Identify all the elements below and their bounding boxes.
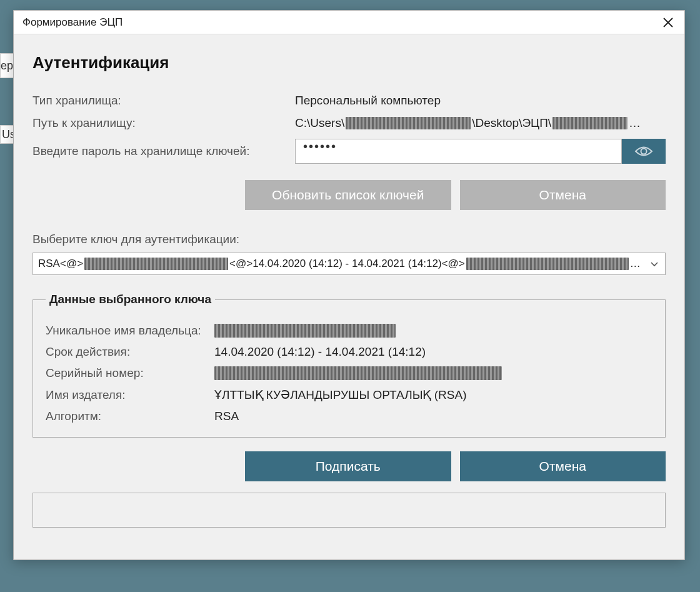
- close-icon: [662, 17, 674, 28]
- status-area: [32, 493, 666, 528]
- storage-path-label: Путь к хранилищу:: [32, 116, 295, 130]
- dialog-title: Формирование ЭЦП: [22, 16, 122, 29]
- dialog-content: Аутентификация Тип хранилища: Персональн…: [14, 34, 684, 540]
- toggle-password-button[interactable]: [622, 139, 666, 164]
- storage-path-row: Путь к хранилищу: C:\Users\ \Desktop\ЭЦП…: [32, 116, 666, 130]
- svg-point-2: [641, 149, 647, 154]
- redacted-text: [346, 117, 471, 129]
- storage-type-value: Персональный компьютер: [295, 94, 666, 108]
- chevron-down-icon: [650, 258, 659, 270]
- key-option-dates: <@>14.04.2020 (14:12) - 14.04.2021 (14:1…: [229, 258, 465, 270]
- redacted-text: [214, 366, 502, 380]
- redacted-text: [84, 258, 228, 270]
- path-suffix: …: [629, 116, 641, 130]
- algorithm-value: RSA: [214, 409, 239, 423]
- dialog-titlebar: Формирование ЭЦП: [14, 11, 684, 34]
- eye-icon: [634, 144, 653, 158]
- cancel-button[interactable]: Отмена: [460, 451, 666, 481]
- redacted-text: [552, 117, 628, 129]
- key-option-suffix: …: [630, 258, 641, 270]
- key-option-prefix: RSA<@>: [38, 258, 83, 270]
- select-key-label: Выберите ключ для аутентификации:: [32, 233, 666, 246]
- key-data-legend: Данные выбранного ключа: [46, 293, 215, 306]
- close-button[interactable]: [659, 14, 677, 31]
- redacted-text: [466, 258, 629, 270]
- storage-type-row: Тип хранилища: Персональный компьютер: [32, 94, 666, 108]
- signature-dialog: Формирование ЭЦП Аутентификация Тип хран…: [13, 10, 685, 560]
- storage-path-value: C:\Users\ \Desktop\ЭЦП\ …: [295, 116, 666, 130]
- serial-label: Серийный номер:: [46, 366, 214, 380]
- path-mid: \Desktop\ЭЦП\: [472, 116, 551, 130]
- password-label: Введите пароль на хранилище ключей:: [32, 144, 295, 158]
- dialog-action-row: Подписать Отмена: [32, 451, 666, 481]
- owner-value: [214, 324, 396, 338]
- sign-button[interactable]: Подписать: [245, 451, 451, 481]
- issuer-value: ҰЛТТЫҚ КУӘЛАНДЫРУШЫ ОРТАЛЫҚ (RSA): [214, 388, 466, 402]
- dialog-heading: Аутентификация: [32, 53, 666, 73]
- key-dropdown[interactable]: RSA<@> <@>14.04.2020 (14:12) - 14.04.202…: [32, 253, 666, 275]
- owner-label: Уникальное имя владельца:: [46, 324, 214, 338]
- key-data-group: Данные выбранного ключа Уникальное имя в…: [32, 293, 666, 438]
- storage-type-label: Тип хранилища:: [32, 94, 295, 108]
- redacted-text: [214, 324, 396, 338]
- cancel-keys-button[interactable]: Отмена: [460, 180, 666, 210]
- path-prefix: C:\Users\: [295, 116, 344, 130]
- password-row: Введите пароль на хранилище ключей: ••••…: [32, 139, 666, 164]
- validity-value: 14.04.2020 (14:12) - 14.04.2021 (14:12): [214, 345, 426, 359]
- issuer-label: Имя издателя:: [46, 388, 214, 402]
- key-action-row: Обновить список ключей Отмена: [32, 180, 666, 210]
- serial-value: [214, 366, 502, 380]
- password-input[interactable]: ••••••: [295, 139, 622, 164]
- validity-label: Срок действия:: [46, 345, 214, 359]
- algorithm-label: Алгоритм:: [46, 409, 214, 423]
- refresh-keys-button[interactable]: Обновить список ключей: [245, 180, 451, 210]
